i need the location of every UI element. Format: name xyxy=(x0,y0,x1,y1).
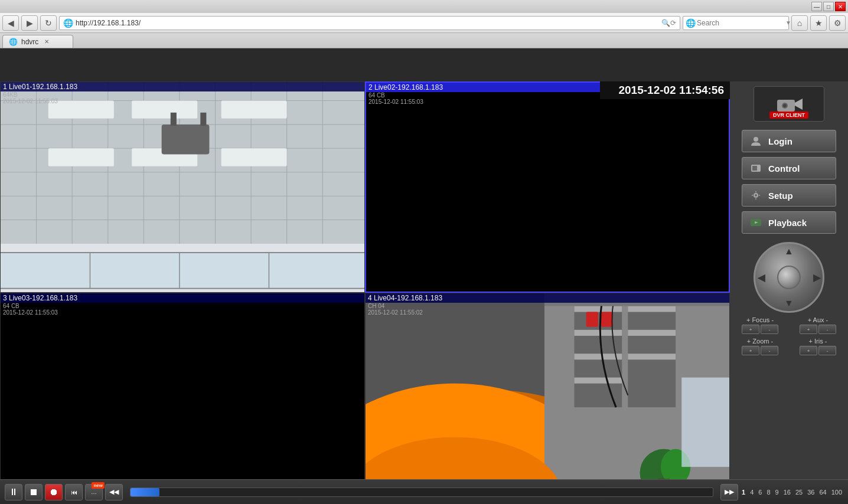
svg-rect-19 xyxy=(48,148,114,166)
stop-button[interactable]: ⏹ xyxy=(25,484,43,500)
playback-button[interactable]: Playback xyxy=(742,211,836,234)
camera-info-3: 64 CB 2015-12-02 11:55:03 xyxy=(3,303,58,316)
control-label: Control xyxy=(768,163,800,174)
focus-minus-button[interactable]: - xyxy=(761,325,778,334)
aux-minus-button[interactable]: - xyxy=(818,325,836,334)
home-button[interactable]: ⌂ xyxy=(791,15,808,31)
iris-minus-button[interactable]: - xyxy=(818,346,836,355)
camera-cell-1[interactable]: 1 Live01-192.168.1.183 64KB 2015-12-02 1… xyxy=(0,81,365,293)
tab-bar: 🌐 hdvrc ✕ xyxy=(0,33,848,48)
channel-16-button[interactable]: 16 xyxy=(782,487,792,497)
ptz-iris-buttons: + - xyxy=(800,346,836,355)
ptz-focus-buttons: + - xyxy=(742,325,778,334)
fast-forward-button[interactable]: ▶▶ xyxy=(720,484,738,500)
rewind-button[interactable]: ◀◀ xyxy=(105,484,123,500)
tools-button[interactable]: ⚙ xyxy=(829,15,846,31)
channel-9-button[interactable]: 9 xyxy=(774,487,780,497)
svg-rect-27 xyxy=(1,253,364,289)
video-grid: 1 Live01-192.168.1.183 64KB 2015-12-02 1… xyxy=(0,81,730,504)
tab-close-button[interactable]: ✕ xyxy=(44,38,49,45)
svg-rect-46 xyxy=(628,354,676,359)
dvr-logo: DVR CLIENT xyxy=(754,86,824,122)
ptz-center[interactable] xyxy=(777,266,801,289)
channel-8-button[interactable]: 8 xyxy=(765,487,771,497)
svg-marker-56 xyxy=(795,99,803,110)
ptz-iris-label: + Iris - + - xyxy=(800,338,836,355)
main-area: 1 Live01-192.168.1.183 64KB 2015-12-02 1… xyxy=(0,81,848,504)
ptz-wheel[interactable]: ▲ ▼ ◀ ▶ xyxy=(754,242,824,313)
menu-button[interactable]: … new xyxy=(85,484,103,500)
address-bar[interactable]: 🌐 🔍 ⟳ xyxy=(59,16,680,30)
svg-point-58 xyxy=(783,104,787,107)
datetime-display: 2015-12-02 11:54:56 xyxy=(600,81,730,99)
svg-rect-42 xyxy=(574,354,622,359)
camera-cell-4[interactable]: 4 Live04-192.168.1.183 CH 04 2015-12-02 … xyxy=(365,293,730,504)
ptz-focus-label: + Focus - + - xyxy=(742,316,778,334)
setup-button[interactable]: Setup xyxy=(742,184,836,207)
svg-rect-24 xyxy=(171,113,177,126)
favorites-button[interactable]: ★ xyxy=(810,15,827,31)
dvr-label: DVR CLIENT xyxy=(769,112,808,119)
zoom-minus-button[interactable]: - xyxy=(761,346,778,355)
ptz-down-arrow: ▼ xyxy=(784,298,794,309)
playback-label: Playback xyxy=(768,218,807,228)
zoom-plus-button[interactable]: + xyxy=(742,346,759,355)
close-button[interactable]: ✕ xyxy=(835,2,846,11)
progress-bar[interactable] xyxy=(130,487,713,497)
channel-buttons: 1 4 6 8 9 16 25 36 64 100 xyxy=(741,487,843,497)
back-button[interactable]: ◀ xyxy=(2,15,19,31)
aux-plus-button[interactable]: + xyxy=(800,325,817,334)
iris-plus-button[interactable]: + xyxy=(800,346,817,355)
ptz-left-arrow: ◀ xyxy=(758,272,765,283)
svg-rect-41 xyxy=(574,330,622,336)
address-input[interactable] xyxy=(76,19,659,27)
maximize-button[interactable]: □ xyxy=(823,2,834,11)
camera-info-1: 64KB 2015-12-02 11:55:03 xyxy=(3,91,58,104)
channel-4-button[interactable]: 4 xyxy=(749,487,755,497)
channel-1-button[interactable]: 1 xyxy=(741,487,746,497)
ptz-focus-aux-row: + Focus - + - + Aux - + - xyxy=(742,316,836,334)
minimize-button[interactable]: — xyxy=(811,2,822,11)
control-button[interactable]: Control xyxy=(742,157,836,179)
record-button[interactable]: ⏺ xyxy=(45,484,63,500)
login-label: Login xyxy=(768,136,792,146)
bottom-toolbar: ⏸ ⏹ ⏺ ⏮ … new ◀◀ ▶▶ 1 4 6 8 9 16 25 36 6… xyxy=(0,479,848,504)
refresh-button[interactable]: ↻ xyxy=(40,15,57,31)
browser-tab[interactable]: 🌐 hdvrc ✕ xyxy=(2,35,73,48)
forward-button[interactable]: ▶ xyxy=(21,15,38,31)
camera-feed-2 xyxy=(366,83,729,292)
channel-100-button[interactable]: 100 xyxy=(830,487,843,497)
browser-chrome: — □ ✕ ◀ ▶ ↻ 🌐 🔍 ⟳ 🌐 ▼ ⌂ ★ ⚙ xyxy=(0,0,848,48)
camera-cell-2[interactable]: 2 Live02-192.168.1.183 64 CB 2015-12-02 … xyxy=(365,81,730,293)
channel-36-button[interactable]: 36 xyxy=(806,487,816,497)
channel-6-button[interactable]: 6 xyxy=(757,487,763,497)
progress-fill xyxy=(131,488,159,496)
svg-rect-40 xyxy=(574,306,622,312)
search-input[interactable] xyxy=(697,19,785,27)
camera-feed-3 xyxy=(1,293,364,503)
ptz-right-arrow: ▶ xyxy=(813,272,820,283)
setup-icon xyxy=(749,189,762,202)
svg-rect-51 xyxy=(586,312,598,327)
channel-25-button[interactable]: 25 xyxy=(794,487,804,497)
svg-rect-52 xyxy=(601,312,613,327)
svg-rect-53 xyxy=(681,378,729,467)
svg-rect-43 xyxy=(574,378,622,384)
svg-rect-45 xyxy=(628,330,676,336)
menu-dots: … xyxy=(91,489,97,495)
svg-rect-25 xyxy=(200,113,206,126)
focus-plus-button[interactable]: + xyxy=(742,325,759,334)
pause-button[interactable]: ⏸ xyxy=(5,484,22,500)
ptz-zoom-label: + Zoom - + - xyxy=(742,338,778,355)
camera-info-2: 64 CB 2015-12-02 11:55:03 xyxy=(368,92,423,105)
svg-rect-21 xyxy=(221,101,287,119)
playback-icon xyxy=(749,216,762,229)
ptz-aux-label: + Aux - + - xyxy=(800,316,836,334)
ptz-aux-buttons: + - xyxy=(800,325,836,334)
prev-frame-button[interactable]: ⏮ xyxy=(65,484,83,500)
login-button[interactable]: Login xyxy=(742,130,836,152)
svg-rect-23 xyxy=(162,125,210,154)
ptz-up-arrow: ▲ xyxy=(784,246,794,257)
camera-cell-3[interactable]: 3 Live03-192.168.1.183 64 CB 2015-12-02 … xyxy=(0,293,365,504)
channel-64-button[interactable]: 64 xyxy=(818,487,827,497)
